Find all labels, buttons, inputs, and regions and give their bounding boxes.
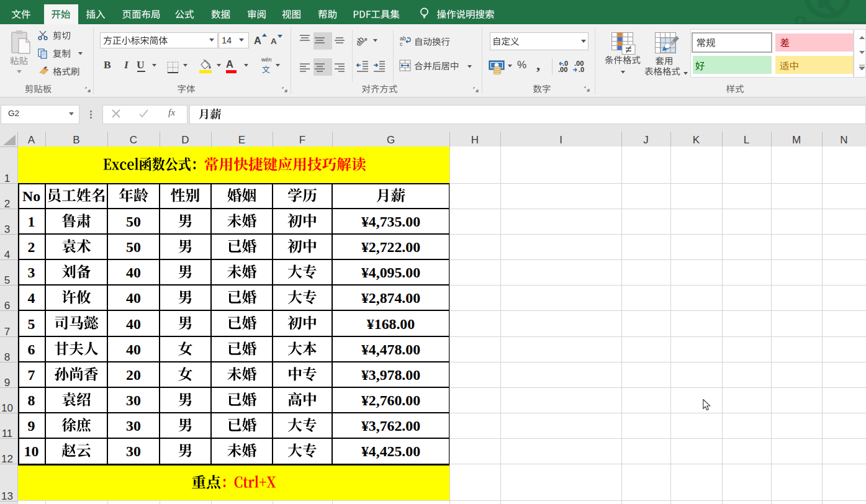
svg-text:c: c [400, 41, 403, 47]
